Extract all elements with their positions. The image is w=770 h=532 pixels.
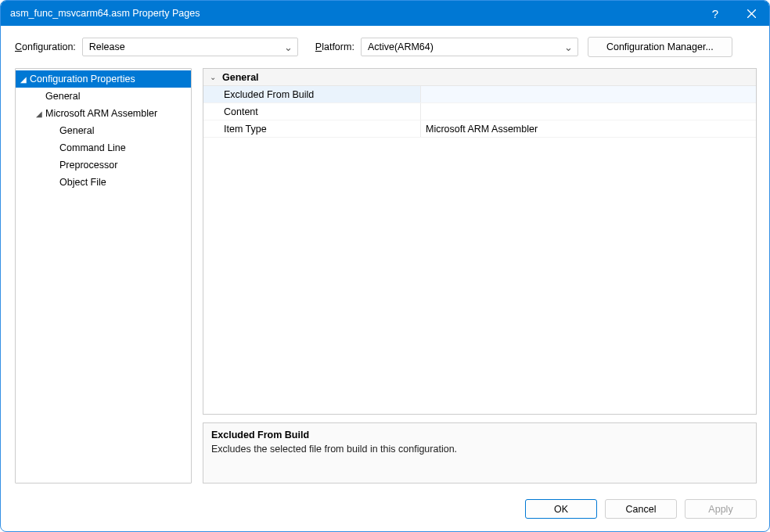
- tree-item-asm-object-file[interactable]: Object File: [16, 174, 191, 191]
- right-pane: ⌄ General Excluded From Build Content It…: [203, 68, 757, 483]
- cancel-button[interactable]: Cancel: [605, 499, 677, 519]
- property-name: Item Type: [203, 120, 421, 137]
- tree-item-label: General: [59, 125, 94, 136]
- titlebar: asm_func_msvcarm64.asm Property Pages ?: [1, 1, 769, 26]
- category-tree[interactable]: ◢ Configuration Properties General ◢ Mic…: [15, 68, 192, 483]
- tree-item-general[interactable]: General: [16, 88, 191, 105]
- expander-open-icon: ◢: [19, 75, 28, 84]
- grid-row-content[interactable]: Content: [203, 103, 756, 120]
- property-value[interactable]: Microsoft ARM Assembler: [421, 120, 756, 137]
- chevron-down-icon: ⌄: [210, 73, 218, 81]
- help-button[interactable]: ?: [697, 1, 733, 26]
- content-area: ◢ Configuration Properties General ◢ Mic…: [1, 68, 769, 491]
- ok-button[interactable]: OK: [525, 499, 597, 519]
- tree-item-label: Object File: [59, 177, 106, 188]
- description-title: Excluded From Build: [211, 430, 748, 440]
- configuration-toolbar: Configuration: Release ⌄ Platform: Activ…: [1, 26, 769, 68]
- tree-item-label: Microsoft ARM Assembler: [45, 108, 157, 119]
- property-value[interactable]: [421, 86, 756, 102]
- tree-item-asm-preprocessor[interactable]: Preprocessor: [16, 156, 191, 174]
- grid-row-excluded-from-build[interactable]: Excluded From Build: [203, 86, 756, 103]
- tree-item-arm-assembler[interactable]: ◢ Microsoft ARM Assembler: [16, 105, 191, 122]
- property-name: Content: [203, 103, 421, 120]
- property-name: Excluded From Build: [203, 86, 421, 102]
- apply-button[interactable]: Apply: [685, 499, 757, 519]
- chevron-down-icon: ⌄: [284, 41, 293, 53]
- platform-value: Active(ARM64): [368, 41, 434, 52]
- grid-section-header[interactable]: ⌄ General: [203, 69, 756, 86]
- tree-item-asm-command-line[interactable]: Command Line: [16, 139, 191, 156]
- description-text: Excludes the selected file from build in…: [211, 444, 748, 455]
- expander-open-icon: ◢: [34, 110, 44, 118]
- configuration-value: Release: [89, 41, 125, 52]
- property-value[interactable]: [421, 103, 756, 120]
- tree-item-configuration-properties[interactable]: ◢ Configuration Properties: [16, 70, 191, 88]
- property-pages-dialog: asm_func_msvcarm64.asm Property Pages ? …: [0, 0, 770, 532]
- configuration-manager-button[interactable]: Configuration Manager...: [588, 37, 732, 57]
- tree-item-asm-general[interactable]: General: [16, 122, 191, 139]
- window-title: asm_func_msvcarm64.asm Property Pages: [10, 8, 697, 19]
- chevron-down-icon: ⌄: [564, 41, 573, 53]
- configuration-label: Configuration:: [15, 41, 76, 52]
- platform-dropdown[interactable]: Active(ARM64) ⌄: [361, 38, 578, 56]
- dialog-footer: OK Cancel Apply: [1, 491, 769, 531]
- apply-label: Apply: [708, 504, 732, 515]
- close-icon: [747, 9, 756, 18]
- platform-label: Platform:: [315, 41, 354, 52]
- configuration-dropdown[interactable]: Release ⌄: [82, 38, 298, 56]
- description-panel: Excluded From Build Excludes the selecte…: [203, 422, 757, 483]
- close-button[interactable]: [733, 1, 769, 26]
- property-grid: ⌄ General Excluded From Build Content It…: [203, 68, 757, 415]
- tree-item-label: Configuration Properties: [30, 74, 135, 84]
- tree-item-label: Preprocessor: [59, 160, 117, 171]
- grid-section-title: General: [222, 72, 259, 83]
- tree-item-label: General: [45, 91, 80, 102]
- grid-row-item-type[interactable]: Item Type Microsoft ARM Assembler: [203, 120, 756, 138]
- tree-item-label: Command Line: [59, 142, 126, 153]
